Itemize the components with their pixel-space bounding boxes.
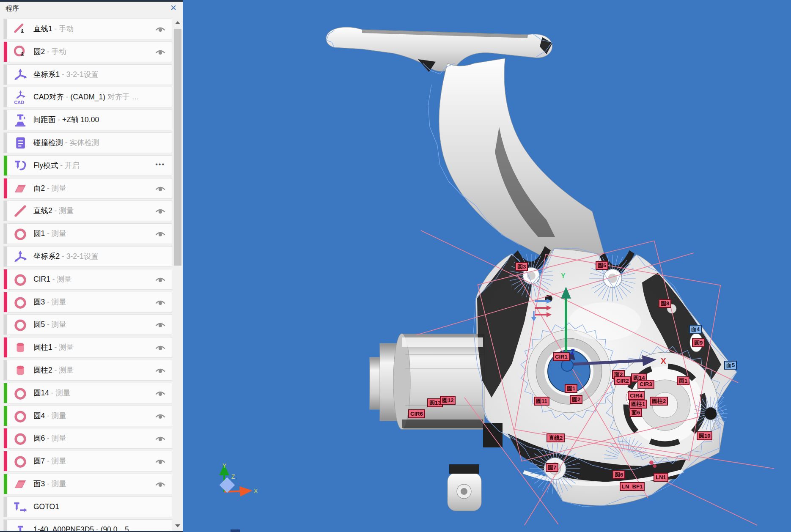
visibility-eye-icon[interactable]	[155, 456, 166, 466]
program-step-面3[interactable]: 面3 - 测量	[3, 474, 172, 494]
program-step-圆1[interactable]: 圆1 - 测量	[3, 223, 172, 244]
visibility-eye-icon[interactable]	[155, 47, 166, 56]
program-step-坐标系1[interactable]: 坐标系1 - 3-2-1设置	[3, 64, 172, 85]
step-detail: 测量	[52, 229, 66, 238]
step-name: 圆柱2	[33, 366, 52, 374]
feature-label-LN_BF1[interactable]: LN_BF1	[620, 482, 645, 491]
feature-label-圆5[interactable]: 圆5	[596, 261, 608, 270]
visibility-eye-icon[interactable]	[155, 229, 166, 238]
feature-label-圆7[interactable]: 圆7	[546, 463, 558, 472]
feature-label-圆12[interactable]: 圆12	[440, 396, 456, 405]
feature-label-CIR6[interactable]: CIR6	[408, 409, 425, 418]
close-icon[interactable]: ✕	[170, 3, 177, 13]
feature-label-圆10[interactable]: 圆10	[697, 431, 712, 440]
visibility-eye-icon[interactable]	[155, 388, 166, 398]
visibility-eye-icon[interactable]	[155, 411, 166, 420]
program-step-间距面[interactable]: 间距面 - +Z轴 10.00	[3, 110, 172, 130]
feature-label-圆8[interactable]: 圆8	[659, 299, 671, 308]
visibility-eye-icon[interactable]	[155, 365, 166, 375]
feature-label-圆6[interactable]: 圆6	[612, 470, 625, 479]
svg-text:Y: Y	[561, 272, 566, 280]
visibility-eye-icon[interactable]	[155, 274, 166, 284]
status-accent	[4, 224, 7, 244]
svg-text:Y: Y	[222, 462, 227, 469]
step-value: +Z轴 10.00	[62, 115, 99, 124]
feature-label-圆11[interactable]: 圆11	[534, 397, 549, 406]
feature-label-圆1[interactable]: 圆1	[565, 384, 577, 393]
visibility-eye-icon[interactable]	[155, 433, 166, 443]
program-step-圆4[interactable]: 圆4 - 测量	[3, 406, 172, 426]
program-step-list: 直线1 - 手动圆2 - 手动坐标系1 - 3-2-1设置CADCAD对齐 - …	[0, 19, 173, 532]
cylinder-icon	[13, 363, 27, 378]
more-options-icon[interactable]: •••	[155, 161, 165, 168]
status-accent	[4, 156, 7, 176]
program-step-圆7[interactable]: 圆7 - 测量	[3, 451, 172, 472]
step-name: 圆3	[33, 298, 45, 306]
feature-label-LN1[interactable]: LN1	[654, 473, 668, 482]
program-step-圆14[interactable]: 圆14 - 测量	[3, 383, 172, 403]
status-accent	[4, 428, 7, 448]
visibility-eye-icon[interactable]	[155, 479, 166, 488]
program-panel: 程序 ✕ 直线1 - 手动圆2 - 手动坐标系1 - 3-2-1设置CADCAD…	[0, 0, 183, 532]
program-step-圆2[interactable]: 圆2 - 手动	[3, 41, 172, 62]
program-step-圆3[interactable]: 圆3 - 测量	[3, 292, 172, 313]
panel-title: 程序	[5, 4, 19, 13]
program-step-CAD对齐[interactable]: CADCAD对齐 - (CADM_1) 对齐于 …	[3, 87, 172, 107]
program-step-圆5[interactable]: 圆5 - 测量	[3, 314, 172, 335]
feature-label-CIR3[interactable]: CIR3	[637, 380, 654, 389]
feature-label-圆柱2[interactable]: 圆柱2	[650, 397, 668, 406]
step-name: 圆14	[33, 389, 49, 397]
status-accent	[4, 451, 7, 471]
program-step-CIR1[interactable]: CIR1 - 测量	[3, 269, 172, 290]
program-step-1-40_A00PNF3D5[interactable]: 1-40_A00PNF3D5 - (90.0…5	[3, 519, 172, 532]
feature-label-面6[interactable]: 面6	[629, 408, 642, 417]
feature-label-圆柱1[interactable]: 圆柱1	[629, 400, 647, 409]
visibility-eye-icon[interactable]	[155, 343, 166, 352]
feature-label-圆2[interactable]: 圆2	[570, 395, 582, 404]
sidebar-scrollbar[interactable]	[173, 18, 183, 531]
step-name: 碰撞检测	[33, 138, 63, 147]
program-step-Fly模式[interactable]: Fly模式 - 开启•••	[3, 155, 172, 176]
status-accent	[4, 19, 7, 39]
feature-label-CIR2[interactable]: CIR2	[614, 376, 631, 385]
feature-label-CIR1[interactable]: CIR1	[553, 352, 570, 361]
step-detail: 测量	[56, 389, 71, 397]
svg-text:CAD: CAD	[14, 100, 24, 104]
program-step-GOTO1[interactable]: GOTO1	[3, 496, 172, 517]
circle-icon	[13, 431, 27, 446]
program-step-面2[interactable]: 面2 - 测量	[3, 178, 172, 199]
feature-label-面4[interactable]: 面4	[689, 325, 702, 334]
fly-icon	[13, 159, 27, 173]
scroll-up-icon[interactable]	[175, 21, 180, 24]
status-accent	[4, 42, 7, 62]
step-value: (CADM_1)	[71, 93, 108, 101]
step-detail: 测量	[52, 480, 66, 488]
program-step-直线2[interactable]: 直线2 - 测量	[3, 200, 172, 221]
step-detail: 测量	[59, 206, 74, 215]
feature-label-圆9[interactable]: 圆9	[692, 338, 705, 347]
program-step-坐标系2[interactable]: 坐标系2 - 3-2-1设置	[3, 246, 172, 267]
scroll-down-icon[interactable]	[175, 524, 180, 527]
program-step-直线1[interactable]: 直线1 - 手动	[3, 19, 172, 39]
offset-plane-icon	[13, 113, 27, 127]
program-step-圆柱1[interactable]: 圆柱1 - 测量	[3, 337, 172, 358]
program-step-碰撞检测[interactable]: 碰撞检测 - 实体检测	[3, 132, 172, 153]
feature-label-面1[interactable]: 面1	[677, 376, 689, 385]
step-detail: 测量	[52, 184, 66, 192]
visibility-eye-icon[interactable]	[155, 24, 166, 33]
scrollbar-thumb[interactable]	[174, 29, 181, 266]
feature-label-CIR4[interactable]: CIR4	[628, 391, 645, 400]
step-name: 圆柱1	[33, 343, 52, 351]
visibility-eye-icon[interactable]	[155, 184, 166, 193]
visibility-eye-icon[interactable]	[155, 320, 166, 329]
feature-label-直线2[interactable]: 直线2	[547, 433, 565, 442]
line-manual-icon	[13, 22, 27, 36]
status-accent	[4, 520, 7, 532]
program-step-圆柱2[interactable]: 圆柱2 - 测量	[3, 360, 172, 381]
program-step-圆6[interactable]: 圆6 - 测量	[3, 428, 172, 449]
visibility-eye-icon[interactable]	[155, 206, 166, 215]
feature-label-圆3[interactable]: 圆3	[515, 262, 528, 271]
step-detail: 3-2-1设置	[66, 70, 99, 79]
visibility-eye-icon[interactable]	[155, 297, 166, 307]
feature-label-面5[interactable]: 面5	[724, 361, 737, 370]
